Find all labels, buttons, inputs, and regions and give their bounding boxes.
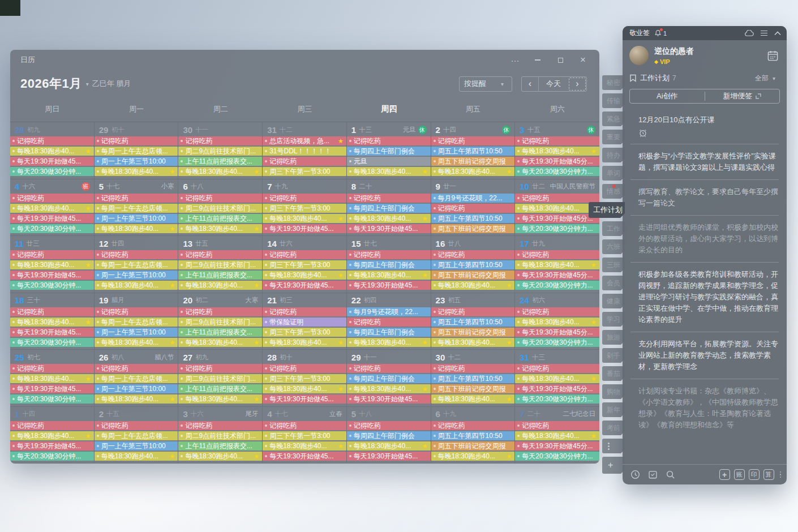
calendar-event[interactable]: 每晚18:30跑步40...★ xyxy=(263,214,346,223)
calendar-event[interactable]: 记得吃药 xyxy=(95,136,178,145)
calendar-event[interactable]: 记得吃药 xyxy=(431,136,515,145)
calendar-event[interactable]: 每晚18:30跑步40...★ xyxy=(347,384,431,393)
calendar-day-cell[interactable]: 1十三元旦休记得吃药每周四上午部门例会元旦每晚18:30跑步40...★ xyxy=(347,122,431,179)
calendar-event[interactable]: 周五下班前记得交周报 xyxy=(431,157,515,166)
calendar-event[interactable]: 记得吃药 xyxy=(347,364,431,373)
collapse-icon[interactable] xyxy=(774,31,781,36)
calendar-event[interactable]: 每周四上午部门例会 xyxy=(347,328,431,337)
calendar-event[interactable]: 周五上午第四节10:50 xyxy=(431,214,515,223)
calendar-event[interactable]: 每晚18:30跑步40...★ xyxy=(347,338,431,347)
calendar-event[interactable]: 每周四上午部门例会 xyxy=(347,147,431,156)
calendar-day-cell[interactable]: 23初五记得吃药周五上午第四节10:50周五下班前记得交周报每晚18:30跑步4… xyxy=(431,293,516,350)
calendar-day-cell[interactable]: 2十五记得吃药每周一上午去总店领...周一上午第三节10:00每晚18:30跑步… xyxy=(95,407,179,464)
calendar-day-cell[interactable]: 22初四每月9号还花呗，22...记得吃药每周四上午部门例会每晚18:30跑步4… xyxy=(347,293,431,350)
ledger-tool-button[interactable]: 账 xyxy=(734,469,745,480)
note-item[interactable]: 充分利用网络平台，拓展教学资源。关注专业网站上新的教育教学动态，搜索教学素材，更… xyxy=(630,332,779,379)
calendar-day-cell[interactable]: 3十五休记得吃药每晚18:30跑步40...★每天19:30开始做45分...每… xyxy=(515,122,599,179)
month-label[interactable]: 2026年1月 xyxy=(20,75,82,92)
calendar-day-cell[interactable]: 5十八记得吃药每周四上午部门例会每晚18:30跑步40...★每天19:30开始… xyxy=(347,407,431,464)
calendar-event[interactable]: 周一上午第三节10:00 xyxy=(95,441,178,451)
calendar-event[interactable]: 记得吃药 xyxy=(515,250,599,259)
note-item[interactable]: 积极参与“小学语文教学发展性评价”实验课题，撰写课题论文3篇以上与课题实践心得 xyxy=(630,144,779,180)
calendar-day-cell[interactable]: 7十九记得吃药周三下午第一节3:00每晚18:30跑步40...★每天19:30… xyxy=(263,179,347,237)
calendar-day-cell[interactable]: 9廿一每月9号还花呗，22...记得吃药周五上午第四节10:50周五下班前记得交… xyxy=(431,179,516,237)
calendar-event[interactable]: 上午11点前把报表交... xyxy=(178,441,262,451)
calendar-event[interactable]: 每晚18:30跑步40...★ xyxy=(178,167,262,176)
calendar-event[interactable]: 每周一上午去总店领... xyxy=(95,318,178,327)
calendar-event[interactable]: 每天19:30开始做45... xyxy=(10,328,94,337)
calendar-event[interactable]: 每天20:30做30分钟力... xyxy=(515,224,599,233)
calendar-event[interactable]: 每天19:30开始做45分... xyxy=(515,328,599,337)
calendar-event[interactable]: 每晚18:30跑步40...★ xyxy=(347,214,431,223)
category-tab-三班[interactable]: 三班 xyxy=(602,258,625,272)
category-tab-新年[interactable]: 新年 xyxy=(602,402,625,417)
calendar-event[interactable]: 周二9点前往技术部门... xyxy=(178,318,262,327)
calendar-event[interactable]: 周五上午第四节10:50 xyxy=(431,374,515,383)
note-item[interactable]: 计划阅读专业书籍：杂志《教师博览》、《小学语文教师》，《中国特级教师教学思想录》… xyxy=(630,379,779,437)
calendar-day-cell[interactable]: 24初六记得吃药每晚18:30跑步40...★每天19:30开始做45分...每… xyxy=(515,293,599,350)
calendar-day-cell[interactable]: 28初十记得吃药周三下午第一节3:00每晚18:30跑步40...★每天19:3… xyxy=(263,350,347,407)
calendar-day-cell[interactable]: 27初九记得吃药周二9点前往技术部门...上午11点前把报表交...每晚18:3… xyxy=(178,350,263,407)
calendar-event[interactable]: 记得吃药 xyxy=(178,194,262,203)
cloud-sync-icon[interactable] xyxy=(744,30,754,37)
calendar-event[interactable]: 上午11点前把报表交... xyxy=(178,214,262,223)
calendar-event[interactable]: 每晚18:30跑步40...★ xyxy=(263,338,346,347)
calendar-event[interactable]: 每晚18:30跑步40...★ xyxy=(347,167,431,176)
calendar-event[interactable]: 记得吃药 xyxy=(431,307,515,316)
calendar-event[interactable]: 记得吃药 xyxy=(515,307,599,316)
calendar-event[interactable]: 记得吃药 xyxy=(10,136,94,145)
calendar-event[interactable]: 周一上午第三节10:00 xyxy=(95,157,178,166)
calendar-event[interactable]: 每晚18:30跑步40...★ xyxy=(515,318,599,327)
calendar-event[interactable]: 每晚18:30跑步40...★ xyxy=(515,374,599,383)
calendar-event[interactable]: 周五下班前记得交周报 xyxy=(431,271,515,280)
calendar-event[interactable]: 周五下班前记得交周报 xyxy=(431,384,515,393)
calendar-event[interactable]: 每晚18:30跑步40...★ xyxy=(95,452,178,461)
calendar-event[interactable]: 每晚18:30跑步40...★ xyxy=(10,431,94,440)
time-reminder-icon[interactable] xyxy=(630,470,640,479)
calendar-event[interactable]: 周五下班前记得交周报 xyxy=(431,328,515,337)
calendar-event[interactable]: 每晚18:30跑步40...★ xyxy=(10,318,94,327)
calendar-event[interactable]: 每天20:30做30分钟... xyxy=(10,338,94,347)
calendar-day-cell[interactable]: 15廿七记得吃药每周四上午部门例会每晚18:30跑步40...★每天19:30开… xyxy=(347,236,431,293)
next-month-button[interactable]: › xyxy=(569,78,586,91)
calendar-event[interactable]: 周三下午第一节3:00 xyxy=(263,167,346,176)
calendar-event[interactable]: 上午11点前把报表交... xyxy=(178,384,262,393)
calendar-event[interactable]: 每晚18:30跑步40...★ xyxy=(178,452,262,461)
calendar-event[interactable]: 每晚18:30跑步40...★ xyxy=(95,224,178,233)
calendar-event[interactable]: 每天19:30开始做45... xyxy=(10,384,94,393)
note-item[interactable]: 撰写教育、教学论文，要求自己每年至少撰写一篇论文 xyxy=(630,180,779,216)
calendar-event[interactable]: 每天19:30开始做45... xyxy=(263,394,346,404)
calendar-day-cell[interactable]: 1十四记得吃药每晚18:30跑步40...★每天19:30开始做45...每天2… xyxy=(10,407,95,464)
category-tab-考前[interactable]: 考前 xyxy=(602,421,625,435)
filter-all-dropdown[interactable]: 全部 ▾ xyxy=(755,74,779,83)
search-icon[interactable] xyxy=(666,470,675,479)
calendar-day-cell[interactable]: 13廿五记得吃药周二9点前往技术部门...上午11点前把报表交...每晚18:3… xyxy=(178,236,263,293)
new-note-button[interactable]: 新增便签 xyxy=(705,89,780,103)
calendar-day-cell[interactable]: 2十四休记得吃药周五上午第四节10:50周五下班前记得交周报每晚18:30跑步4… xyxy=(431,122,516,179)
calendar-event[interactable]: 每月9号还花呗，22... xyxy=(347,307,431,316)
calendar-day-cell[interactable]: 11廿三记得吃药每晚18:30跑步40...★每天19:30开始做45...每天… xyxy=(10,236,95,293)
category-tab-旅游[interactable]: 旅游 xyxy=(602,330,625,345)
calendar-event[interactable]: 每晚18:30跑步40...★ xyxy=(95,167,178,176)
calendar-event[interactable]: 记得吃药 xyxy=(10,250,94,259)
calendar-day-cell[interactable]: 3十六尾牙记得吃药周二9点前往技术部门...上午11点前把报表交...每晚18:… xyxy=(178,407,263,464)
calc-tool-button[interactable]: 算 xyxy=(763,469,774,480)
calendar-event[interactable]: 每晚18:30跑步40...★ xyxy=(515,147,599,156)
calendar-event[interactable]: 周三下午第一节3:00 xyxy=(263,328,346,337)
calendar-day-cell[interactable]: 5十七小寒记得吃药每周一上午去总店领...周一上午第三节10:00每晚18:30… xyxy=(95,179,179,237)
calendar-event[interactable]: 周一上午第三节10:00 xyxy=(95,271,178,280)
calendar-event[interactable]: 周二9点前往技术部门... xyxy=(178,431,262,440)
calendar-event[interactable]: 每周四上午部门例会 xyxy=(347,260,431,269)
calendar-event[interactable]: 每天19:30开始做45... xyxy=(263,224,346,233)
calendar-day-cell[interactable]: 30十一记得吃药周二9点前往技术部门...上午11点前把报表交...每晚18:3… xyxy=(178,122,263,179)
add-category-tab[interactable]: + xyxy=(602,457,625,474)
calendar-event[interactable]: 记得吃药 xyxy=(178,421,262,430)
calendar-event[interactable]: 每周一上午去总店领... xyxy=(95,374,178,383)
calendar-event[interactable]: 每天20:30做30分钟... xyxy=(10,452,94,461)
calendar-event[interactable]: 周一上午第三节10:00 xyxy=(95,328,178,337)
calendar-event[interactable]: 带保险证明 xyxy=(263,318,346,327)
category-tab-会员[interactable]: 会员 xyxy=(602,276,625,290)
calendar-event[interactable]: 上午11点前把报表交... xyxy=(178,328,262,337)
more-tools-icon[interactable] xyxy=(780,471,782,478)
calendar-event[interactable]: 每天19:30开始做45... xyxy=(347,224,431,233)
